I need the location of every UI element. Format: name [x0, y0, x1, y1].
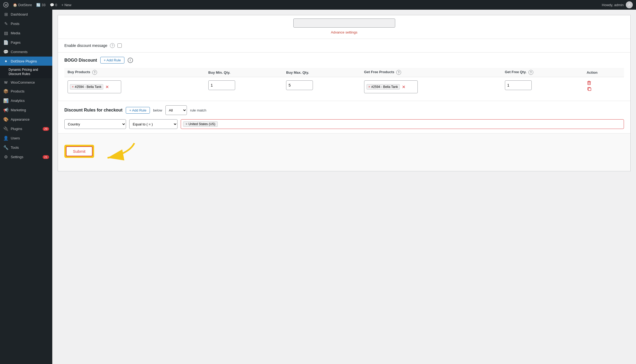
buy-products-help-icon[interactable]: ?	[92, 70, 97, 75]
sidebar-submenu-dotstore: Dynamic Pricing and Discount Rules	[0, 66, 52, 78]
howdy-text: Howdy, admin	[602, 3, 624, 7]
col-buy-min-qty: Buy Min. Qty.	[205, 68, 283, 77]
buy-min-qty-cell	[205, 77, 283, 97]
svg-rect-3	[588, 82, 590, 85]
sidebar-item-dashboard[interactable]: ⊞ Dashboard	[0, 10, 52, 19]
get-free-help-icon[interactable]: ?	[396, 70, 401, 75]
analytics-icon: 📊	[3, 98, 9, 103]
get-free-qty-input[interactable]	[505, 80, 532, 90]
settings-badge: 21	[43, 155, 49, 159]
bogo-add-rule-button[interactable]: + Add Rule	[100, 57, 124, 64]
annotation-area: Submit	[58, 133, 630, 171]
wp-logo-item[interactable]: W	[3, 2, 9, 8]
sidebar-label-dashboard: Dashboard	[11, 12, 28, 16]
sidebar-item-media[interactable]: ▤ Media	[0, 28, 52, 38]
bogo-table-head: Buy Products ? Buy Min. Qty. Buy Max. Qt…	[64, 68, 624, 77]
updates-item[interactable]: 🔄 33	[36, 3, 45, 7]
sidebar-label-users: Users	[11, 136, 20, 140]
get-free-products-input[interactable]: × #2594 - Bella Tank ✕	[364, 80, 418, 93]
site-name: DotStore	[18, 3, 32, 7]
country-tag-value: United States (US)	[188, 122, 215, 126]
sidebar-label-dynamic-pricing: Dynamic Pricing and Discount Rules	[9, 68, 49, 76]
sidebar-item-posts[interactable]: ✎ Posts	[0, 19, 52, 28]
comments-item[interactable]: 💬 0	[50, 3, 57, 7]
sidebar-item-marketing[interactable]: 📢 Marketing	[0, 105, 52, 115]
sidebar-label-posts: Posts	[11, 22, 20, 26]
plugins-badge: 29	[43, 127, 49, 131]
sidebar-item-settings[interactable]: ⚙ Settings 21	[0, 152, 52, 162]
col-buy-products: Buy Products ?	[64, 68, 205, 77]
home-icon: 🏠	[13, 3, 17, 7]
free-tag-remove-x: ×	[368, 85, 370, 89]
sidebar-label-pages: Pages	[11, 40, 21, 44]
bogo-info-icon[interactable]: i	[128, 58, 133, 63]
comments-icon: 💬	[50, 3, 54, 7]
operator-select[interactable]: Equal to ( = )	[129, 119, 178, 129]
sidebar-item-analytics[interactable]: 📊 Analytics	[0, 96, 52, 105]
sidebar-label-settings: Settings	[11, 155, 23, 159]
col-action: Action	[583, 68, 624, 77]
admin-bar-left: W 🏠 DotStore 🔄 33 💬 0 + New	[3, 2, 598, 8]
below-label: below	[153, 108, 162, 112]
top-input[interactable]	[293, 18, 395, 28]
delete-icon	[587, 80, 591, 85]
sidebar-item-appearance[interactable]: 🎨 Appearance	[0, 115, 52, 124]
country-value-input[interactable]: × United States (US)	[181, 119, 624, 129]
site-name-item[interactable]: 🏠 DotStore	[13, 3, 32, 7]
sidebar-item-pages[interactable]: 📄 Pages	[0, 38, 52, 47]
page-content: Advance settings Enable discount message…	[58, 15, 631, 171]
bogo-section-header: BOGO Discount + Add Rule i	[64, 57, 624, 64]
col-get-free-products: Get Free Products ?	[361, 68, 502, 77]
enable-discount-checkbox[interactable]	[117, 43, 122, 48]
get-free-products-cell: × #2594 - Bella Tank ✕	[361, 77, 502, 97]
advance-settings-link[interactable]: Advance settings	[64, 30, 624, 34]
top-section: Advance settings	[58, 15, 630, 39]
dashboard-icon: ⊞	[3, 12, 9, 17]
sidebar-label-tools: Tools	[11, 146, 19, 150]
col-get-free-qty: Get Free Qty. ?	[502, 68, 583, 77]
sidebar-item-users[interactable]: 👤 Users	[0, 133, 52, 143]
enable-discount-help-icon[interactable]: ?	[110, 43, 115, 48]
sidebar-item-woocommerce[interactable]: W WooCommerce	[0, 78, 52, 87]
svg-text:W: W	[5, 3, 8, 7]
avatar: A	[626, 1, 633, 8]
media-icon: ▤	[3, 31, 9, 36]
dotstore-icon: ●	[3, 59, 9, 64]
checkout-add-rule-button[interactable]: + Add Rule	[126, 107, 150, 114]
all-select[interactable]: All	[165, 105, 187, 115]
action-cell	[583, 77, 624, 97]
new-label: + New	[61, 3, 71, 7]
updates-icon: 🔄	[36, 3, 40, 7]
sidebar-label-analytics: Analytics	[11, 99, 25, 103]
buy-min-qty-input[interactable]	[208, 80, 235, 90]
buy-max-qty-input[interactable]	[286, 80, 313, 90]
sidebar-label-plugins: Plugins	[11, 127, 22, 131]
tools-icon: 🔧	[3, 145, 9, 150]
sidebar-item-comments[interactable]: 💬 Comments	[0, 47, 52, 57]
country-select[interactable]: Country	[64, 119, 126, 129]
buy-max-qty-cell	[283, 77, 361, 97]
filter-row: Country Equal to ( = ) × United States (…	[64, 119, 624, 129]
sidebar-item-dotstore[interactable]: ● DotStore Plugins	[0, 57, 52, 66]
sidebar-label-appearance: Appearance	[11, 117, 29, 121]
get-free-products-remove-btn[interactable]: ✕	[402, 84, 405, 90]
bogo-table-body: × #2594 - Bella Tank ✕	[64, 77, 624, 97]
get-free-qty-help-icon[interactable]: ?	[528, 70, 533, 75]
sidebar-item-tools[interactable]: 🔧 Tools	[0, 143, 52, 152]
sidebar-item-dynamic-pricing[interactable]: Dynamic Pricing and Discount Rules	[0, 66, 52, 78]
marketing-icon: 📢	[3, 107, 9, 113]
submit-button[interactable]: Submit	[66, 146, 93, 156]
delete-row-button[interactable]	[587, 80, 591, 91]
sidebar-item-products[interactable]: 📦 Products	[0, 87, 52, 96]
settings-icon: ⚙	[3, 154, 9, 159]
sidebar-label-products: Products	[11, 89, 24, 93]
country-tag-remove: ×	[186, 122, 187, 126]
checkout-title: Discount Rules for checkout	[64, 108, 123, 113]
buy-products-remove-btn[interactable]: ✕	[105, 84, 109, 90]
bogo-title: BOGO Discount	[64, 58, 97, 63]
col-buy-max-qty: Buy Max. Qty.	[283, 68, 361, 77]
sidebar-item-plugins[interactable]: 🔌 Plugins 29	[0, 124, 52, 133]
posts-icon: ✎	[3, 21, 9, 26]
new-item[interactable]: + New	[61, 3, 71, 7]
buy-products-input[interactable]: × #2594 - Bella Tank ✕	[68, 80, 121, 93]
